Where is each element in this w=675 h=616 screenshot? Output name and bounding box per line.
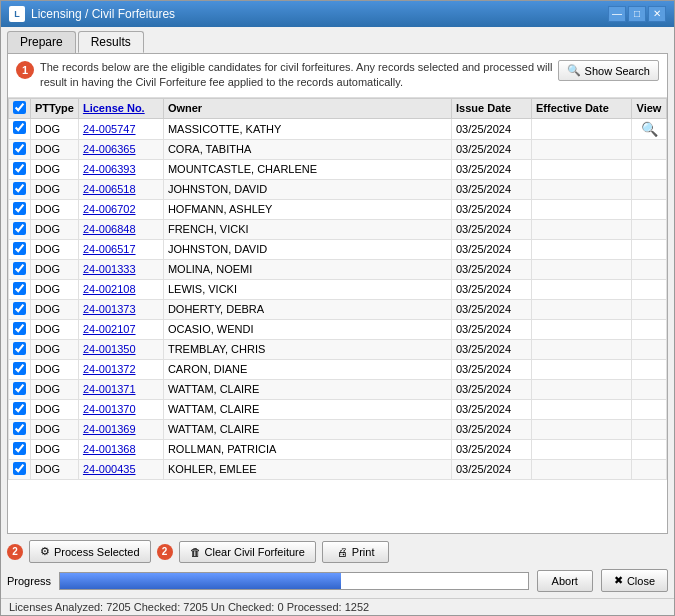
- cell-check[interactable]: [9, 319, 31, 339]
- cell-check[interactable]: [9, 279, 31, 299]
- row-checkbox[interactable]: [13, 182, 26, 195]
- cell-check[interactable]: [9, 118, 31, 139]
- row-checkbox[interactable]: [13, 262, 26, 275]
- cell-view[interactable]: [632, 179, 667, 199]
- cell-view[interactable]: [632, 359, 667, 379]
- cell-check[interactable]: [9, 259, 31, 279]
- cell-check[interactable]: [9, 239, 31, 259]
- select-all-checkbox[interactable]: [13, 101, 26, 114]
- col-header-check[interactable]: [9, 98, 31, 118]
- cell-view[interactable]: [632, 339, 667, 359]
- info-text: The records below are the eligible candi…: [40, 60, 558, 91]
- cell-view[interactable]: [632, 319, 667, 339]
- close-window-button[interactable]: ✕: [648, 6, 666, 22]
- cell-license[interactable]: 24-001373: [78, 299, 163, 319]
- print-button[interactable]: 🖨 Print: [322, 541, 390, 563]
- minimize-button[interactable]: ―: [608, 6, 626, 22]
- cell-check[interactable]: [9, 379, 31, 399]
- cell-view[interactable]: 🔍: [632, 118, 667, 139]
- view-icon: 🔍: [641, 121, 658, 137]
- show-search-button[interactable]: 🔍 Show Search: [558, 60, 659, 81]
- cell-effective-date: [532, 179, 632, 199]
- row-checkbox[interactable]: [13, 121, 26, 134]
- cell-license[interactable]: 24-001371: [78, 379, 163, 399]
- cell-view[interactable]: [632, 439, 667, 459]
- table-row: DOG 24-006393 MOUNTCASTLE, CHARLENE 03/2…: [9, 159, 667, 179]
- cell-check[interactable]: [9, 439, 31, 459]
- cell-view[interactable]: [632, 419, 667, 439]
- cell-issue-date: 03/25/2024: [452, 319, 532, 339]
- cell-license[interactable]: 24-006517: [78, 239, 163, 259]
- maximize-button[interactable]: □: [628, 6, 646, 22]
- tab-results[interactable]: Results: [78, 31, 144, 53]
- cell-check[interactable]: [9, 219, 31, 239]
- cell-check[interactable]: [9, 339, 31, 359]
- cell-check[interactable]: [9, 159, 31, 179]
- row-checkbox[interactable]: [13, 282, 26, 295]
- row-checkbox[interactable]: [13, 222, 26, 235]
- cell-ptype: DOG: [31, 459, 79, 479]
- cell-view[interactable]: [632, 259, 667, 279]
- tab-prepare[interactable]: Prepare: [7, 31, 76, 53]
- cell-license[interactable]: 24-001368: [78, 439, 163, 459]
- row-checkbox[interactable]: [13, 322, 26, 335]
- cell-license[interactable]: 24-006518: [78, 179, 163, 199]
- cell-license[interactable]: 24-001333: [78, 259, 163, 279]
- cell-license[interactable]: 24-001370: [78, 399, 163, 419]
- cell-check[interactable]: [9, 459, 31, 479]
- table-wrapper[interactable]: PTType License No. Owner Issue Date Effe…: [8, 98, 667, 533]
- abort-button[interactable]: Abort: [537, 570, 593, 592]
- row-checkbox[interactable]: [13, 362, 26, 375]
- cell-license[interactable]: 24-005747: [78, 118, 163, 139]
- row-checkbox[interactable]: [13, 202, 26, 215]
- cell-check[interactable]: [9, 199, 31, 219]
- row-checkbox[interactable]: [13, 442, 26, 455]
- process-selected-button[interactable]: ⚙ Process Selected: [29, 540, 151, 563]
- cell-owner: FRENCH, VICKI: [163, 219, 451, 239]
- row-checkbox[interactable]: [13, 142, 26, 155]
- cell-check[interactable]: [9, 359, 31, 379]
- cell-view[interactable]: [632, 239, 667, 259]
- row-checkbox[interactable]: [13, 422, 26, 435]
- cell-license[interactable]: 24-002108: [78, 279, 163, 299]
- cell-issue-date: 03/25/2024: [452, 259, 532, 279]
- cell-effective-date: [532, 239, 632, 259]
- row-checkbox[interactable]: [13, 302, 26, 315]
- cell-view[interactable]: [632, 139, 667, 159]
- cell-effective-date: [532, 399, 632, 419]
- table-header-row: PTType License No. Owner Issue Date Effe…: [9, 98, 667, 118]
- cell-license[interactable]: 24-006848: [78, 219, 163, 239]
- cell-view[interactable]: [632, 159, 667, 179]
- cell-view[interactable]: [632, 459, 667, 479]
- cell-license[interactable]: 24-001369: [78, 419, 163, 439]
- cell-view[interactable]: [632, 299, 667, 319]
- cell-license[interactable]: 24-006365: [78, 139, 163, 159]
- cell-check[interactable]: [9, 299, 31, 319]
- cell-view[interactable]: [632, 379, 667, 399]
- cell-check[interactable]: [9, 139, 31, 159]
- close-button[interactable]: ✖ Close: [601, 569, 668, 592]
- cell-check[interactable]: [9, 179, 31, 199]
- row-checkbox[interactable]: [13, 162, 26, 175]
- cell-view[interactable]: [632, 219, 667, 239]
- row-checkbox[interactable]: [13, 342, 26, 355]
- cell-check[interactable]: [9, 419, 31, 439]
- cell-view[interactable]: [632, 279, 667, 299]
- cell-license[interactable]: 24-006393: [78, 159, 163, 179]
- cell-check[interactable]: [9, 399, 31, 419]
- cell-issue-date: 03/25/2024: [452, 179, 532, 199]
- clear-civil-forfeiture-button[interactable]: 🗑 Clear Civil Forfeiture: [179, 541, 316, 563]
- cell-view[interactable]: [632, 399, 667, 419]
- row-checkbox[interactable]: [13, 402, 26, 415]
- cell-view[interactable]: [632, 199, 667, 219]
- cell-effective-date: [532, 299, 632, 319]
- cell-license[interactable]: 24-006702: [78, 199, 163, 219]
- cell-license[interactable]: 24-000435: [78, 459, 163, 479]
- cell-license[interactable]: 24-001372: [78, 359, 163, 379]
- row-checkbox[interactable]: [13, 462, 26, 475]
- row-checkbox[interactable]: [13, 382, 26, 395]
- cell-owner: HOFMANN, ASHLEY: [163, 199, 451, 219]
- cell-license[interactable]: 24-001350: [78, 339, 163, 359]
- cell-license[interactable]: 24-002107: [78, 319, 163, 339]
- row-checkbox[interactable]: [13, 242, 26, 255]
